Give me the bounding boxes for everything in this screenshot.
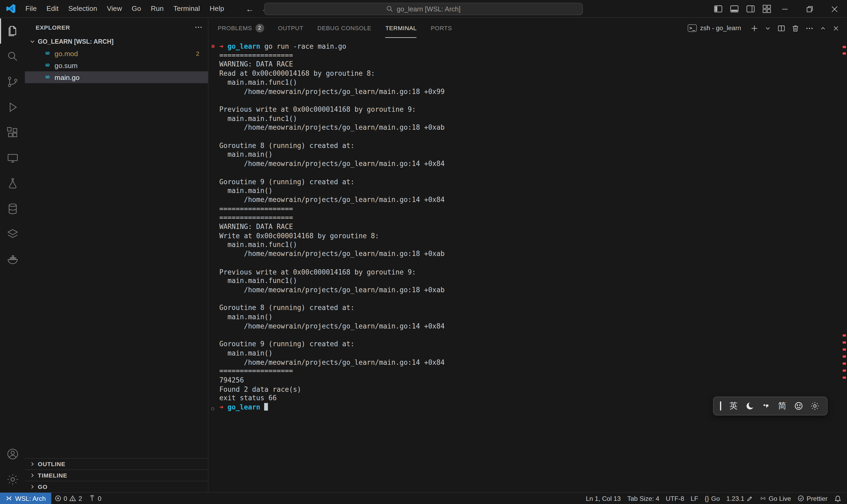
file-go.sum[interactable]: GOgo.sum [25,59,208,71]
bottom-panel: PROBLEMS2OUTPUTDEBUG CONSOLETERMINALPORT… [209,18,847,492]
menu-file[interactable]: File [21,3,41,15]
ime-fullwidth-moon-icon[interactable] [742,398,758,414]
menu-go[interactable]: Go [127,3,146,15]
search-icon [6,50,19,63]
cursor-position-status[interactable]: Ln 1, Col 13 [582,492,624,504]
ime-language-mode[interactable]: 英 [725,398,742,414]
kill-terminal-icon[interactable] [791,24,799,32]
menu-edit[interactable]: Edit [41,3,63,15]
menu-help[interactable]: Help [205,3,229,15]
panel-tab-debug-console[interactable]: DEBUG CONSOLE [317,18,371,38]
toggle-panel-icon[interactable] [730,4,739,14]
activity-extensions[interactable] [0,120,25,145]
command-running-icon: ○ [211,405,214,412]
tab-size-status[interactable]: Tab Size: 4 [624,492,663,504]
activity-source-control[interactable] [0,69,25,94]
panel-tab-label: PORTS [431,24,452,31]
close-panel-icon[interactable] [832,24,840,32]
terminal-line: main.main() [219,186,842,196]
command-center-search[interactable]: go_learn [WSL: Arch] [264,3,583,15]
panel-more-actions-icon[interactable] [806,24,814,32]
warnings-icon [69,495,76,502]
menu-selection[interactable]: Selection [64,3,102,15]
split-terminal-icon[interactable] [777,24,786,32]
activity-run-debug[interactable] [0,94,25,120]
go-live-status[interactable]: Go Live [756,492,794,504]
activity-testing[interactable] [0,171,25,196]
section-go[interactable]: GO [25,481,208,492]
problems-status[interactable]: 0 2 [51,492,85,504]
prettier-status[interactable]: Prettier [794,492,831,504]
check-circle-icon [797,495,805,502]
toggle-sidebar-icon[interactable] [714,4,723,14]
activity-docker[interactable] [0,247,25,272]
search-icon [386,5,394,13]
menu-run[interactable]: Run [146,3,168,15]
menu-view[interactable]: View [102,3,127,15]
chevron-right-icon [29,472,35,479]
activity-search[interactable] [0,44,25,69]
terminal-dropdown-icon[interactable] [764,24,772,32]
menu-terminal[interactable]: Terminal [168,3,205,15]
testing-flask-icon [6,177,19,190]
activity-explorer[interactable] [0,18,25,44]
eol-status[interactable]: LF [687,492,701,504]
go-version-status[interactable]: 1.23.1 [723,492,756,504]
ime-punctuation-icon[interactable] [758,398,774,414]
activity-database[interactable] [0,196,25,221]
panel-tab-label: PROBLEMS [218,24,252,31]
remote-indicator[interactable]: WSL: Arch [0,492,51,504]
encoding-status[interactable]: UTF-8 [663,492,687,504]
activity-layers[interactable] [0,221,25,247]
overview-ruler [842,18,847,492]
restore-button[interactable] [797,0,822,18]
activity-settings[interactable] [0,467,25,492]
docker-icon [6,253,19,266]
problems-count-badge: 2 [196,50,200,57]
problems-badge: 2 [255,23,264,32]
ime-emoji-icon[interactable] [790,398,807,414]
workspace-root-folder[interactable]: GO_LEARN [WSL: ARCH] [25,36,208,48]
section-timeline[interactable]: TIMELINE [25,469,208,481]
file-main.go[interactable]: GOmain.go [25,71,208,83]
panel-tabs: PROBLEMS2OUTPUTDEBUG CONSOLETERMINALPORT… [218,18,452,38]
explorer-more-actions-icon[interactable] [195,23,203,32]
section-outline[interactable]: OUTLINE [25,458,208,470]
notifications-bell[interactable] [831,492,845,504]
ports-status[interactable]: 0 [86,492,105,504]
activity-remote-explorer[interactable] [0,145,25,171]
new-terminal-icon[interactable] [751,24,759,32]
panel-tab-output[interactable]: OUTPUT [278,18,303,38]
panel-tab-label: TERMINAL [385,24,417,31]
ime-charset-mode[interactable]: 简 [774,398,790,414]
broadcast-icon [759,495,767,502]
toggle-secondary-sidebar-icon[interactable] [746,4,755,14]
chevron-right-icon [29,461,35,467]
terminal-line: main.main.func1() [219,114,842,123]
terminal-line: main.main.func1() [219,78,842,87]
panel-tab-terminal[interactable]: TERMINAL [385,18,417,38]
file-go.mod[interactable]: GOgo.mod2 [25,48,208,59]
language-mode-status[interactable]: {}Go [701,492,723,504]
sidebar-title: EXPLORER [36,24,70,31]
ime-settings-gear-icon[interactable] [807,398,823,414]
nav-back-icon[interactable]: ← [246,4,254,14]
activity-accounts[interactable] [0,441,25,467]
minimize-button[interactable] [772,0,797,18]
terminal-line: 794256 [219,376,842,385]
terminal-line: Write at 0x00c000014168 by goroutine 8: [219,232,842,240]
database-icon [6,202,19,215]
error-ruler-mark [843,46,846,48]
maximize-panel-icon[interactable] [819,24,827,32]
chevron-down-icon [29,38,35,45]
panel-tab-ports[interactable]: PORTS [431,18,452,38]
terminal-line: Previous write at 0x00c000014168 by goro… [219,268,842,276]
close-button[interactable] [822,0,847,18]
customize-layout-icon[interactable] [762,4,772,14]
error-ruler-mark [843,348,846,350]
braces-icon: {} [705,494,709,502]
terminal-output[interactable]: ⊗➜ go_learn go run -race main.go========… [209,38,842,492]
terminal-instance[interactable]: >_ zsh - go_learn [688,24,741,32]
panel-tab-problems[interactable]: PROBLEMS2 [218,18,264,38]
terminal-line: /home/meowrain/projects/go_learn/main.go… [219,196,842,204]
